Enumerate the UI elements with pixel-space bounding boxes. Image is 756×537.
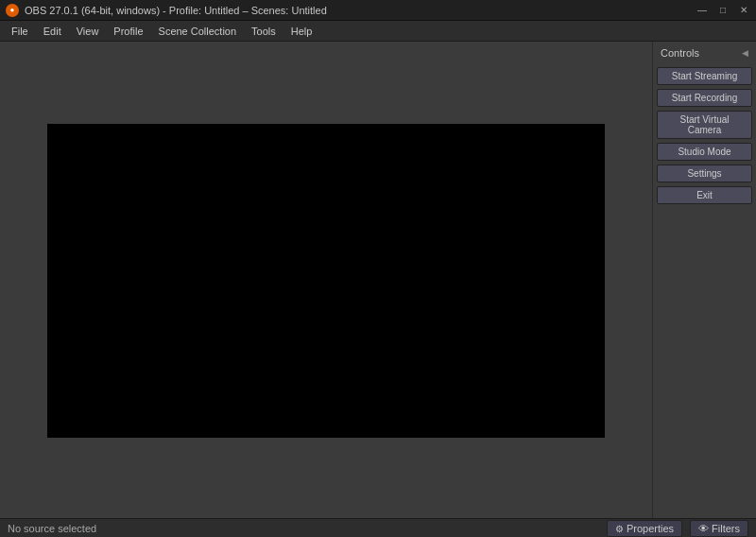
menu-help[interactable]: Help (284, 24, 320, 39)
start-virtual-camera-button[interactable]: Start Virtual Camera (657, 111, 752, 139)
main-container: Controls ◀ Start Streaming Start Recordi… (0, 42, 756, 518)
title-bar-left: ● OBS 27.0.1 (64-bit, windows) - Profile… (6, 4, 327, 17)
properties-label: Properties (627, 523, 674, 534)
source-bar: No source selected ⚙ Properties 👁 Filter… (0, 518, 756, 537)
studio-mode-button[interactable]: Studio Mode (657, 143, 752, 161)
preview-area (0, 42, 652, 518)
exit-button[interactable]: Exit (657, 186, 752, 204)
obs-icon: ● (6, 4, 19, 17)
close-button[interactable]: ✕ (737, 4, 750, 17)
properties-gear-icon: ⚙ (615, 524, 624, 534)
menu-edit[interactable]: Edit (36, 24, 69, 39)
title-bar: ● OBS 27.0.1 (64-bit, windows) - Profile… (0, 0, 756, 21)
filters-icon: 👁 (698, 523, 709, 534)
menu-bar: File Edit View Profile Scene Collection … (0, 21, 756, 42)
settings-button[interactable]: Settings (657, 165, 752, 182)
controls-expand-icon: ◀ (742, 48, 748, 58)
menu-profile[interactable]: Profile (106, 24, 150, 39)
title-bar-text: OBS 27.0.1 (64-bit, windows) - Profile: … (25, 5, 327, 16)
menu-file[interactable]: File (4, 24, 36, 39)
minimize-button[interactable]: — (696, 4, 709, 17)
menu-scene-collection[interactable]: Scene Collection (151, 24, 245, 39)
menu-tools[interactable]: Tools (244, 24, 284, 39)
properties-button[interactable]: ⚙ Properties (607, 520, 682, 537)
controls-header: Controls ◀ (657, 45, 752, 61)
no-source-label: No source selected (8, 523, 599, 534)
menu-view[interactable]: View (69, 24, 107, 39)
preview-canvas (47, 124, 605, 438)
filters-button[interactable]: 👁 Filters (690, 520, 748, 537)
filters-label: Filters (712, 523, 740, 534)
title-bar-controls: — □ ✕ (696, 4, 750, 17)
start-streaming-button[interactable]: Start Streaming (657, 67, 752, 85)
maximize-button[interactable]: □ (716, 4, 730, 17)
controls-panel: Controls ◀ Start Streaming Start Recordi… (652, 42, 756, 518)
controls-title: Controls (661, 47, 699, 59)
start-recording-button[interactable]: Start Recording (657, 89, 752, 107)
